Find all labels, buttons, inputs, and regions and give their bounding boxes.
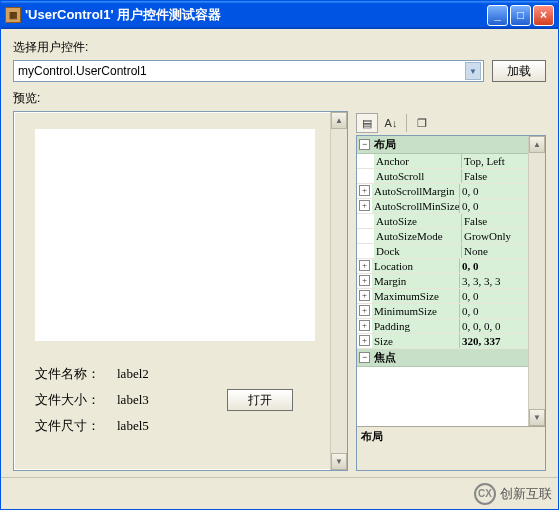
preview-panel: 文件名称： label2 文件大小： label3 打开 文件尺寸： label… [13,111,348,471]
property-value[interactable]: 3, 3, 3, 3 [460,274,528,288]
scroll-down-icon[interactable]: ▼ [529,409,545,426]
property-name: AutoSize [374,214,462,228]
property-row[interactable]: AnchorTop, Left [357,154,528,169]
property-value[interactable]: 0, 0 [460,289,528,303]
property-row[interactable]: AutoScrollFalse [357,169,528,184]
open-button[interactable]: 打开 [227,389,293,411]
scroll-up-icon[interactable]: ▲ [529,136,545,153]
property-grid: − 布局 AnchorTop, LeftAutoScrollFalse+Auto… [356,135,546,471]
property-row[interactable]: +AutoScrollMargin0, 0 [357,184,528,199]
expand-icon[interactable]: + [359,200,370,211]
property-name: Location [372,259,460,273]
expand-spacer [357,229,374,243]
property-row[interactable]: +Size320, 337 [357,334,528,349]
property-name: Margin [372,274,460,288]
control-combobox[interactable]: myControl.UserControl1 ▼ [13,60,484,82]
property-row[interactable]: +Location0, 0 [357,259,528,274]
scroll-track[interactable] [529,153,545,409]
expand-spacer [357,214,374,228]
property-value[interactable]: GrowOnly [462,229,528,243]
description-title: 布局 [361,429,541,444]
expand-spacer [357,154,374,168]
property-name: MinimumSize [372,304,460,318]
window-frame: ▦ 'UserControl1' 用户控件测试容器 _ □ × 选择用户控件: … [0,0,559,510]
property-list: − 布局 AnchorTop, LeftAutoScrollFalse+Auto… [357,136,528,426]
alphabetical-button[interactable]: A↓ [380,113,402,133]
property-name: Anchor [374,154,462,168]
expand-spacer [357,169,374,183]
propgrid-scrollbar[interactable]: ▲ ▼ [528,136,545,426]
client-area: 选择用户控件: myControl.UserControl1 ▼ 加载 预览: … [1,29,558,477]
pages-icon: ❐ [417,117,427,130]
property-value[interactable]: False [462,169,528,183]
property-value[interactable]: Top, Left [462,154,528,168]
category-name: 布局 [374,137,396,152]
image-panel [35,129,315,341]
expand-icon[interactable]: + [359,335,370,346]
property-row[interactable]: +MinimumSize0, 0 [357,304,528,319]
property-row[interactable]: AutoSizeModeGrowOnly [357,229,528,244]
property-row[interactable]: DockNone [357,244,528,259]
expand-icon[interactable]: + [359,260,370,271]
toolbar-separator [406,114,407,132]
property-row[interactable]: +AutoScrollMinSize0, 0 [357,199,528,214]
scroll-track[interactable] [331,129,347,453]
preview-scrollbar[interactable]: ▲ ▼ [330,112,347,470]
property-row[interactable]: +Padding0, 0, 0, 0 [357,319,528,334]
expand-icon[interactable]: + [359,290,370,301]
property-name: AutoScroll [374,169,462,183]
minimize-button[interactable]: _ [487,5,508,26]
file-name-value: label2 [117,361,217,387]
logo-icon: CX [474,483,496,505]
property-value[interactable]: None [462,244,528,258]
select-control-label: 选择用户控件: [13,39,546,56]
property-row[interactable]: +MaximumSize0, 0 [357,289,528,304]
property-row[interactable]: +Margin3, 3, 3, 3 [357,274,528,289]
window-title: 'UserControl1' 用户控件测试容器 [25,6,485,24]
file-dim-value: label5 [117,413,217,439]
property-row[interactable]: AutoSizeFalse [357,214,528,229]
expand-icon[interactable]: + [359,320,370,331]
sort-az-icon: A↓ [385,117,398,129]
user-control-preview: 文件名称： label2 文件大小： label3 打开 文件尺寸： label… [15,113,330,469]
chevron-down-icon[interactable]: ▼ [465,62,481,80]
footer: CX 创新互联 [1,477,558,509]
category-name: 焦点 [374,350,396,365]
property-value[interactable]: 0, 0 [460,304,528,318]
categorized-button[interactable]: ▤ [356,113,378,133]
property-name: MaximumSize [372,289,460,303]
property-name: Dock [374,244,462,258]
maximize-button[interactable]: □ [510,5,531,26]
collapse-icon[interactable]: − [359,352,370,363]
property-name: AutoScrollMargin [372,184,460,198]
collapse-icon[interactable]: − [359,139,370,150]
property-value[interactable]: 0, 0, 0, 0 [460,319,528,333]
load-button[interactable]: 加载 [492,60,546,82]
property-name: AutoScrollMinSize [372,199,460,213]
brand-logo: CX 创新互联 [474,483,552,505]
file-dim-label: 文件尺寸： [35,413,117,439]
property-name: Padding [372,319,460,333]
combobox-value: myControl.UserControl1 [18,64,465,78]
property-value[interactable]: False [462,214,528,228]
property-description: 布局 [357,426,545,470]
close-button[interactable]: × [533,5,554,26]
propertygrid-toolbar: ▤ A↓ ❐ [356,111,546,135]
app-icon: ▦ [5,7,21,23]
property-value[interactable]: 320, 337 [460,334,528,348]
categorized-icon: ▤ [362,117,372,130]
property-pages-button[interactable]: ❐ [411,113,433,133]
file-size-value: label3 [117,387,217,413]
property-value[interactable]: 0, 0 [460,184,528,198]
property-name: AutoSizeMode [374,229,462,243]
scroll-down-icon[interactable]: ▼ [331,453,347,470]
expand-icon[interactable]: + [359,275,370,286]
scroll-up-icon[interactable]: ▲ [331,112,347,129]
category-header-focus[interactable]: − 焦点 [357,349,528,367]
property-value[interactable]: 0, 0 [460,199,528,213]
titlebar: ▦ 'UserControl1' 用户控件测试容器 _ □ × [1,1,558,29]
property-value[interactable]: 0, 0 [460,259,528,273]
expand-icon[interactable]: + [359,305,370,316]
expand-icon[interactable]: + [359,185,370,196]
category-header-layout[interactable]: − 布局 [357,136,528,154]
